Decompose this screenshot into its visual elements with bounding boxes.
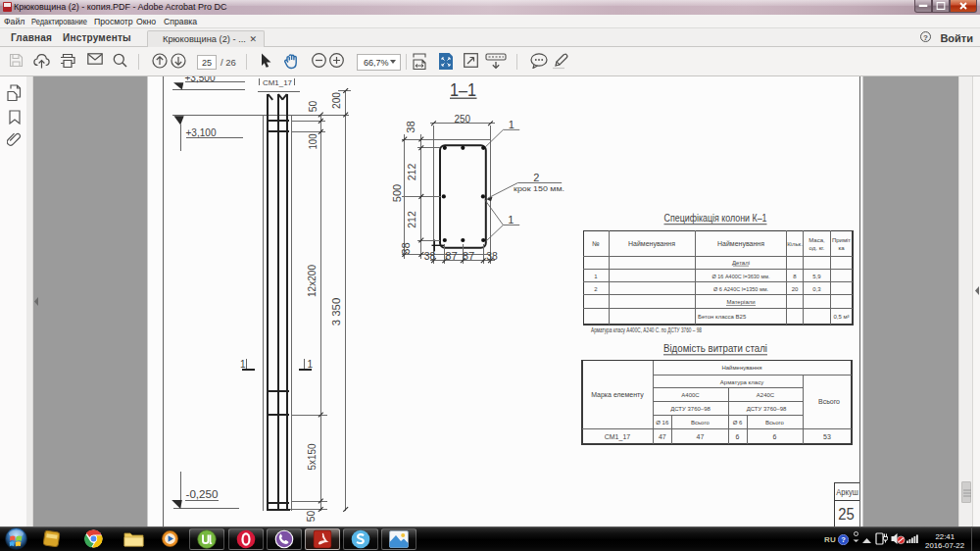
svg-text:5,9: 5,9	[812, 274, 821, 279]
svg-text:25: 25	[838, 505, 855, 524]
svg-text:од. кг.: од. кг.	[809, 245, 825, 251]
svg-text:Ø 16 А400С l=3630 мм.: Ø 16 А400С l=3630 мм.	[712, 274, 770, 279]
svg-text:Всього: Всього	[818, 398, 840, 405]
svg-text:50: 50	[305, 511, 317, 523]
svg-text:500: 500	[392, 183, 403, 202]
svg-text:+3,100: +3,100	[186, 126, 217, 138]
svg-text:Відомість витрати сталі: Відомість витрати сталі	[663, 342, 767, 354]
svg-text:200: 200	[330, 92, 342, 109]
svg-text:Всього: Всього	[691, 420, 710, 426]
svg-text:№: №	[592, 240, 600, 247]
svg-text:Найменування: Найменування	[717, 240, 764, 248]
svg-text:38: 38	[401, 242, 412, 255]
svg-text:Ø 16: Ø 16	[656, 420, 669, 426]
svg-text:ДСТУ 3760–98: ДСТУ 3760–98	[747, 406, 787, 412]
svg-text:-0,250: -0,250	[186, 488, 219, 500]
svg-text:?: ?	[841, 535, 846, 544]
svg-text:Кільк.: Кільк.	[787, 241, 803, 247]
svg-text:250: 250	[455, 114, 471, 125]
svg-text:Найменування: Найменування	[628, 240, 675, 248]
svg-text:1–1: 1–1	[450, 80, 476, 100]
svg-text:+3,500: +3,500	[185, 76, 216, 83]
svg-text:87: 87	[463, 251, 475, 262]
svg-text:38: 38	[406, 121, 416, 133]
svg-text:ка: ка	[838, 245, 845, 251]
svg-text:38: 38	[486, 251, 498, 262]
svg-text:2: 2	[533, 172, 539, 183]
svg-text:47: 47	[659, 433, 666, 440]
svg-text:Всього: Всього	[765, 420, 785, 426]
svg-text:0,3: 0,3	[812, 286, 821, 292]
svg-text:ДСТУ 3760–98: ДСТУ 3760–98	[670, 406, 710, 412]
svg-text:А400С: А400С	[681, 392, 700, 398]
svg-text:Арматура класу А400С, А240 С.: Арматура класу А400С, А240 С. по ДСТУ 37…	[591, 326, 702, 334]
svg-text:Деталі: Деталі	[732, 260, 750, 266]
svg-text:50: 50	[307, 101, 318, 113]
svg-text:Арматура класу: Арматура класу	[720, 379, 763, 385]
svg-text:Марка елементу: Марка елементу	[591, 391, 644, 399]
svg-text:Ø 6: Ø 6	[733, 420, 743, 426]
svg-text:212: 212	[407, 163, 417, 180]
svg-text:Приміт: Приміт	[832, 237, 851, 243]
svg-text:1: 1	[240, 359, 246, 370]
svg-text:А240С: А240С	[757, 392, 775, 398]
svg-text:СМ1_17: СМ1_17	[263, 78, 292, 87]
svg-text:87: 87	[445, 251, 458, 262]
svg-text:Матеріали: Матеріали	[726, 299, 755, 305]
svg-text:1: 1	[508, 214, 514, 225]
svg-text:12х200: 12х200	[306, 265, 318, 297]
svg-text:6: 6	[736, 433, 740, 440]
svg-text:Бетон класса В25: Бетон класса В25	[698, 314, 747, 320]
svg-text:Ø 6 А240С l=1350 мм.: Ø 6 А240С l=1350 мм.	[713, 286, 768, 292]
svg-text:5х150: 5х150	[306, 444, 318, 471]
svg-text:Аркуш: Аркуш	[836, 487, 858, 497]
svg-text:1: 1	[307, 359, 313, 370]
svg-text:0,5 м³: 0,5 м³	[833, 314, 849, 320]
svg-text:53: 53	[823, 433, 831, 440]
svg-text:1: 1	[509, 119, 514, 130]
svg-text:крок 150 мм.: крок 150 мм.	[514, 185, 564, 193]
svg-text:100: 100	[307, 134, 318, 150]
svg-text:212: 212	[407, 211, 417, 228]
svg-text:СМ1_17: СМ1_17	[605, 433, 630, 441]
svg-text:38: 38	[424, 251, 436, 262]
svg-text:3 350: 3 350	[330, 298, 342, 326]
svg-text:Специфікація колони К–1: Специфікація колони К–1	[664, 212, 767, 224]
svg-text:47: 47	[697, 433, 705, 440]
svg-text:6: 6	[773, 433, 777, 440]
svg-text:20: 20	[792, 286, 799, 292]
svg-text:Маса,: Маса,	[808, 237, 825, 243]
svg-text:Найменування: Найменування	[721, 365, 761, 371]
